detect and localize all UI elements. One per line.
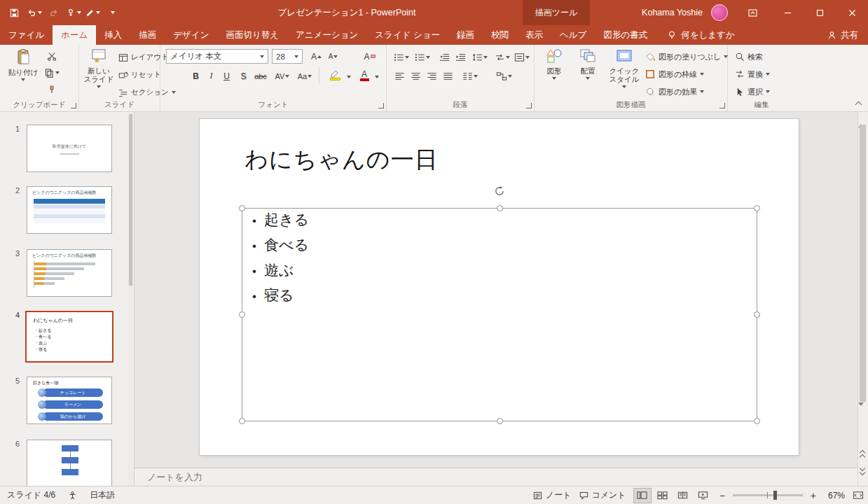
- tab-review[interactable]: 校閲: [483, 25, 517, 45]
- bullet-text[interactable]: 遊ぶ: [264, 260, 294, 280]
- comments-button[interactable]: コメント: [579, 489, 626, 501]
- reading-view-button[interactable]: [675, 489, 691, 503]
- justify-button[interactable]: [441, 69, 455, 83]
- account-name[interactable]: Kohama Yoshie: [642, 8, 703, 18]
- slide-indicator[interactable]: スライド 4/6: [7, 489, 55, 501]
- align-center-button[interactable]: [408, 69, 423, 83]
- bullet-list[interactable]: •起きる •食べる •遊ぶ •寝る: [252, 210, 750, 311]
- tab-record[interactable]: 録画: [448, 25, 483, 45]
- account-avatar[interactable]: [711, 4, 728, 21]
- align-text-button[interactable]: [513, 50, 531, 64]
- resize-handle-e[interactable]: [754, 312, 760, 318]
- line-spacing-button[interactable]: [471, 50, 489, 64]
- pen-button[interactable]: [84, 4, 102, 22]
- grow-font-button[interactable]: A: [309, 49, 324, 64]
- clear-formatting-button[interactable]: A: [362, 49, 377, 64]
- italic-button[interactable]: I: [204, 69, 219, 83]
- bullet-line[interactable]: •寝る: [252, 286, 750, 311]
- character-spacing-button[interactable]: AV: [273, 69, 292, 83]
- fit-to-window-button[interactable]: [853, 491, 864, 500]
- bullet-text[interactable]: 寝る: [264, 286, 294, 305]
- next-slide-button[interactable]: [858, 465, 868, 479]
- paste-button[interactable]: 貼り付け: [7, 48, 39, 81]
- tab-animations[interactable]: アニメーション: [287, 25, 366, 45]
- zoom-in-button[interactable]: +: [811, 490, 816, 501]
- tell-me-box[interactable]: 何をしますか: [667, 25, 734, 45]
- slide-editor-canvas[interactable]: わにちゃんの一日 •起きる •食べる •遊ぶ •寝る: [135, 112, 857, 468]
- touch-mouse-mode-button[interactable]: [64, 4, 82, 22]
- align-right-button[interactable]: [425, 69, 439, 83]
- language-indicator[interactable]: 日本語: [90, 489, 115, 501]
- clipboard-dialog-launcher[interactable]: [71, 103, 76, 108]
- reset-button[interactable]: リセット: [118, 67, 161, 83]
- strikethrough-button[interactable]: abc: [252, 69, 270, 83]
- scroll-down-button[interactable]: [858, 406, 868, 417]
- slide-5-thumbnail[interactable]: 好きな食べ物 チョコレート ラーメン 鶏のから揚げ: [27, 377, 112, 424]
- align-left-button[interactable]: [392, 69, 407, 83]
- tab-file[interactable]: ファイル: [0, 25, 53, 45]
- decrease-indent-button[interactable]: [437, 50, 452, 64]
- scroll-up-button[interactable]: [858, 112, 868, 123]
- shape-effects-button[interactable]: 図形の効果: [645, 84, 704, 99]
- thumbnail-scrollbar[interactable]: [128, 112, 133, 486]
- tab-insert[interactable]: 挿入: [96, 25, 130, 45]
- copy-button[interactable]: [43, 66, 60, 80]
- share-button[interactable]: 共有: [818, 25, 868, 45]
- find-button[interactable]: 検索: [735, 49, 763, 64]
- thumbnail-scrollbar-thumb[interactable]: [129, 114, 132, 286]
- save-button[interactable]: [6, 4, 23, 22]
- slide-4-thumbnail[interactable]: わにちゃんの一日 ・起きる ・食べる ・遊ぶ ・寝る: [25, 311, 113, 363]
- resize-handle-ne[interactable]: [754, 205, 760, 211]
- tab-transitions[interactable]: 画面切り替え: [217, 25, 287, 45]
- underline-button[interactable]: U: [219, 69, 234, 83]
- tab-design[interactable]: デザイン: [165, 25, 217, 45]
- slide-3-thumbnail[interactable]: ピンクのワニグッズの商品候補数: [27, 249, 112, 297]
- increase-indent-button[interactable]: [453, 50, 468, 64]
- bullets-button[interactable]: [392, 50, 411, 64]
- resize-handle-nw[interactable]: [239, 205, 245, 211]
- shapes-button[interactable]: 図形: [539, 48, 570, 80]
- highlight-color-button[interactable]: [324, 68, 345, 83]
- undo-button[interactable]: [25, 4, 43, 22]
- redo-button[interactable]: [45, 4, 62, 22]
- slide-2-thumbnail[interactable]: ピンクのワニグッズの商品候補数: [27, 186, 112, 234]
- bullet-text[interactable]: 起きる: [264, 210, 309, 230]
- close-button[interactable]: [836, 0, 868, 25]
- vertical-scrollbar[interactable]: [857, 112, 868, 486]
- bullet-line[interactable]: •起きる: [252, 210, 750, 235]
- font-color-button[interactable]: A: [355, 68, 373, 83]
- maximize-button[interactable]: [804, 0, 836, 25]
- bold-button[interactable]: B: [188, 69, 203, 83]
- tab-draw[interactable]: 描画: [130, 25, 165, 45]
- slide-6-thumbnail[interactable]: [27, 440, 112, 486]
- paragraph-dialog-launcher[interactable]: [526, 103, 532, 108]
- previous-slide-button[interactable]: [858, 447, 868, 461]
- minimize-button[interactable]: [771, 0, 804, 25]
- font-dialog-launcher[interactable]: [378, 103, 384, 108]
- slide-1-thumbnail[interactable]: 販売促進に向けて: [27, 125, 112, 172]
- notes-pane[interactable]: ノートを入力: [135, 468, 857, 486]
- resize-handle-w[interactable]: [239, 312, 245, 318]
- replace-button[interactable]: 置換: [735, 66, 770, 82]
- slide-title-text[interactable]: わにちゃんの一日: [244, 144, 439, 176]
- bullet-line[interactable]: •食べる: [252, 235, 750, 260]
- columns-button[interactable]: [461, 69, 479, 83]
- zoom-slider-thumb[interactable]: [773, 491, 777, 500]
- resize-handle-s[interactable]: [497, 418, 503, 424]
- slideshow-view-button[interactable]: [695, 489, 712, 503]
- bullet-line[interactable]: •遊ぶ: [252, 260, 750, 286]
- new-slide-button[interactable]: 新しい スライド: [82, 48, 116, 88]
- format-painter-button[interactable]: [43, 83, 60, 97]
- collapse-ribbon-button[interactable]: [854, 99, 862, 108]
- convert-to-smartart-button[interactable]: [493, 69, 514, 83]
- font-name-select[interactable]: メイリオ 本文: [166, 49, 268, 64]
- slide[interactable]: わにちゃんの一日 •起きる •食べる •遊ぶ •寝る: [200, 119, 799, 455]
- shape-fill-button[interactable]: 図形の塗りつぶし: [645, 49, 728, 64]
- text-shadow-button[interactable]: S: [236, 69, 251, 83]
- zoom-out-button[interactable]: −: [719, 490, 725, 501]
- accessibility-button[interactable]: [68, 491, 77, 500]
- drawing-dialog-launcher[interactable]: [719, 103, 725, 108]
- notes-toggle-button[interactable]: ノート: [533, 489, 572, 501]
- shape-outline-button[interactable]: 図形の枠線: [645, 66, 704, 82]
- tab-view[interactable]: 表示: [517, 25, 551, 45]
